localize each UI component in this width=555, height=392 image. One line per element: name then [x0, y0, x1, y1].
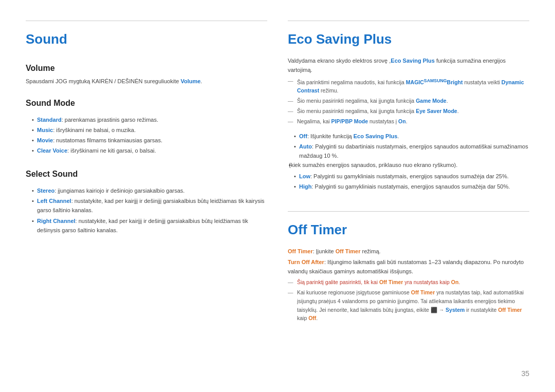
turn-off-after-label: Turn Off After — [288, 259, 324, 265]
magic-bright-link: MAGICSAMSUNGBright — [406, 79, 463, 85]
off-timer-label-1: Off Timer — [288, 248, 313, 254]
clear-voice-label: Clear Voice — [37, 147, 67, 154]
sound-mode-list: Standard: parenkamas įprastinis garso re… — [26, 115, 267, 157]
list-item: Left Channel: nustatykite, kad per kairį… — [32, 196, 267, 215]
list-item: Standard: parenkamas įprastinis garso re… — [32, 115, 267, 124]
list-item: Movie: nustatomas filmams tinkamiausias … — [32, 136, 267, 145]
off-value: Off — [308, 315, 316, 321]
right-channel-label: Right Channel — [37, 218, 76, 224]
eco-saving-plus-link: Eco Saving Plus — [391, 58, 435, 64]
off-timer-line1: Off Timer: Įjunkite Off Timer režimą. — [288, 247, 529, 256]
on-value: On — [398, 118, 406, 124]
eco-note-1: Šia parinktimi negalima naudotis, kai fu… — [288, 77, 529, 95]
eco-off-link: Eco Saving Plus — [354, 133, 398, 139]
off-timer-section: Off Timer Off Timer: Įjunkite Off Timer … — [288, 211, 529, 325]
eco-intro: Valdydama ekrano skydo elektros srovę ,E… — [288, 57, 529, 74]
left-column: Sound Volume Spausdami JOG mygtuką KAIRĖ… — [26, 21, 267, 371]
stereo-label: Stereo — [37, 188, 54, 194]
movie-label: Movie — [37, 137, 53, 143]
eco-note-3: Šio meniu pasirinkti negalima, kai įjung… — [288, 107, 529, 116]
off-label: Off — [299, 133, 307, 139]
menu-icon: ⬛ — [431, 307, 437, 313]
list-item: Low: Palyginti su gamykliniais nustatyma… — [294, 172, 529, 181]
off-timer-link-3: Off Timer — [411, 289, 435, 295]
eco-options-list: Off: Išjunkite funkciją Eco Saving Plus.… — [288, 132, 529, 193]
off-timer-note-2: Kai kuriuose regionuose įsigytuose gamin… — [288, 288, 529, 323]
off-timer-title: Off Timer — [288, 222, 529, 238]
volume-subtitle: Volume — [26, 64, 267, 73]
eco-saving-title: Eco Saving Plus — [288, 31, 529, 47]
right-column: Eco Saving Plus Valdydama ekrano skydo e… — [288, 21, 529, 371]
music-label: Music — [37, 127, 53, 133]
eco-note-4: Negalima, kai PIP/PBP Mode nustatytas į … — [288, 117, 529, 126]
off-timer-note-1: Šią parinktį galite pasirinkti, tik kai … — [288, 278, 529, 287]
high-label: High — [299, 183, 311, 190]
sound-mode-subtitle: Sound Mode — [26, 99, 267, 108]
list-item: Off: Išjunkite funkciją Eco Saving Plus. — [294, 132, 529, 141]
list-item: High: Palyginti su gamykliniais nustatym… — [294, 182, 529, 191]
page-number: 35 — [521, 369, 529, 378]
off-timer-link-4: Off Timer — [498, 307, 522, 313]
select-sound-subtitle: Select Sound — [26, 170, 267, 179]
off-timer-link-1: Off Timer — [336, 248, 361, 254]
left-channel-label: Left Channel — [37, 198, 71, 204]
select-sound-list: Stereo: įjungiamas kairiojo ir dešiniojo… — [26, 186, 267, 236]
auto-label: Auto — [299, 143, 312, 150]
list-item-indent: (kiek sumažės energijos sąnaudos, prikla… — [289, 160, 529, 170]
sound-title: Sound — [26, 31, 267, 47]
page: Sound Volume Spausdami JOG mygtuką KAIRĖ… — [0, 0, 555, 392]
volume-link: Volume — [180, 78, 200, 84]
game-mode-link: Game Mode — [416, 98, 447, 104]
list-item: Stereo: įjungiamas kairiojo ir dešiniojo… — [32, 186, 267, 195]
pip-pbp-link: PIP/PBP Mode — [331, 118, 368, 124]
list-item: Music: išryškinami ne balsai, o muzika. — [32, 125, 267, 135]
low-label: Low — [299, 173, 310, 179]
eye-saver-link: Eye Saver Mode — [416, 108, 457, 114]
list-item: Right Channel: nustatykite, kad per kair… — [32, 216, 267, 235]
off-timer-line2: Turn Off After: Išjungimo laikmatis gali… — [288, 258, 529, 276]
off-timer-link-2: Off Timer — [379, 279, 403, 285]
volume-body: Spausdami JOG mygtuką KAIRĖN / DEŠINĖN s… — [26, 77, 267, 86]
on-value-2: On — [451, 279, 459, 285]
eco-note-2: Šio meniu pasirinkti negalima, kai įjung… — [288, 97, 529, 105]
list-item: Auto: Palyginti su dabartiniais nustatym… — [294, 142, 529, 160]
standard-label: Standard — [37, 117, 62, 123]
list-item: Clear Voice: išryškinami ne kiti garsai,… — [32, 146, 267, 155]
system-link: System — [446, 307, 465, 313]
